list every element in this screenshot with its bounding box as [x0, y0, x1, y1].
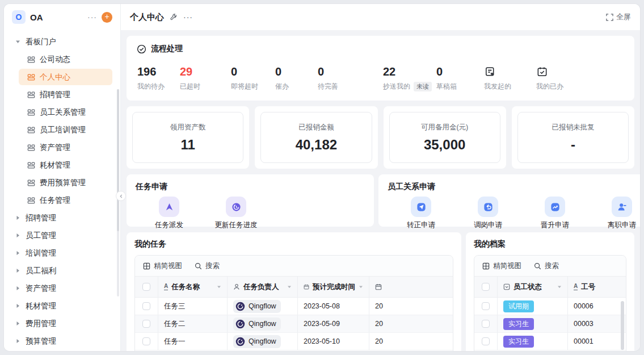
stat-value: 196	[137, 64, 180, 79]
promotion-apply-button[interactable]: 晋升申请	[521, 197, 588, 230]
column-employee-status[interactable]: 员工状态	[498, 277, 568, 297]
my-tasks-title: 我的任务	[134, 239, 453, 249]
chevron-down-icon[interactable]	[217, 285, 221, 289]
employee-no: 00003	[574, 320, 594, 328]
stat-overdue[interactable]: 29 已超时	[180, 64, 231, 91]
select-all-checkbox[interactable]	[482, 283, 490, 291]
owner-chip[interactable]: Qingflow	[233, 318, 281, 331]
table-row[interactable]: 任务二 Qingflow 2023-05-09 20	[135, 315, 453, 333]
sidebar-item-employee-training[interactable]: 员工培训管理	[19, 122, 112, 138]
column-task-owner[interactable]: 任务负责人	[228, 277, 298, 297]
add-button[interactable]: +	[102, 12, 112, 23]
stat-my-done[interactable]: 我的已办	[536, 64, 588, 91]
kanban-icon	[27, 91, 35, 99]
resignation-apply-button[interactable]: 离职申请	[588, 197, 640, 230]
row-checkbox[interactable]	[482, 302, 490, 310]
sidebar-group-training[interactable]: 培训管理	[9, 245, 116, 261]
metric-unapproved[interactable]: 已报销未批复 -	[512, 106, 634, 169]
column-partial[interactable]	[369, 277, 453, 297]
update-progress-button[interactable]: 更新任务进度	[203, 197, 270, 230]
metric-reimbursed-amount[interactable]: 已报销金额 40,182	[255, 106, 377, 169]
sidebar-item-company-news[interactable]: 公司动态	[19, 51, 112, 68]
metric-asset-count[interactable]: 领用资产数 11	[127, 106, 249, 169]
sidebar-item-task-board[interactable]: 任务管理	[19, 192, 112, 208]
column-task-name[interactable]: A 任务名称	[158, 277, 228, 297]
row-checkbox[interactable]	[142, 320, 150, 328]
caret-right-icon	[15, 215, 20, 220]
sidebar-group-welfare[interactable]: 员工福利	[9, 262, 116, 279]
task-name: 任务二	[164, 319, 186, 329]
sidebar-item-personal-center[interactable]: 个人中心	[19, 69, 112, 85]
app-window: O OA ··· + 看板门户 公司动态 个人中心 招聘管理	[4, 4, 640, 351]
sidebar-tree: 看板门户 公司动态 个人中心 招聘管理 员工关系管理 员工培训管理	[4, 30, 120, 349]
select-all-checkbox[interactable]	[142, 283, 150, 291]
stat-initiated-by-me[interactable]: 我发起的	[484, 64, 536, 91]
stat-to-complete[interactable]: 0 待完善	[318, 64, 383, 91]
clipped-cell: 20	[375, 302, 383, 310]
relation-apply-card: 员工关系申请 转正申请 调岗申请	[378, 174, 640, 227]
compact-view-button[interactable]: 精简视图	[482, 261, 521, 271]
chevron-down-icon[interactable]	[625, 285, 626, 289]
sidebar-group-budget[interactable]: 预算管理	[9, 333, 116, 349]
wrench-icon[interactable]	[170, 13, 178, 21]
sidebar-more-icon[interactable]: ···	[87, 12, 97, 22]
chevron-down-icon[interactable]	[359, 285, 363, 289]
sidebar-item-consumable-board[interactable]: 耗材管理	[19, 157, 112, 173]
sidebar-group-asset[interactable]: 资产管理	[9, 280, 116, 296]
row-checkbox[interactable]	[142, 337, 150, 345]
vertical-scrollbar[interactable]	[621, 301, 624, 350]
table-row[interactable]: 实习生 00003 前台	[474, 315, 626, 333]
row-checkbox[interactable]	[142, 302, 150, 310]
stat-my-todo[interactable]: 196 我的待办	[137, 64, 180, 91]
kanban-icon	[27, 56, 35, 64]
search-button[interactable]: 搜索	[534, 261, 559, 271]
grid-view-icon	[143, 262, 150, 270]
transfer-apply-button[interactable]: 调岗申请	[454, 197, 521, 230]
sidebar-group-kanban[interactable]: 看板门户	[9, 34, 116, 50]
main-area: 个人中心 ··· 全屏 流程处理 196 我的待办	[121, 4, 640, 351]
sidebar-group-consumable[interactable]: 耗材管理	[9, 298, 116, 314]
owner-chip[interactable]: Qingflow	[233, 335, 281, 348]
sidebar-group-employee[interactable]: 员工管理	[9, 227, 116, 244]
due-date: 2023-05-08	[304, 302, 340, 310]
column-employee-no[interactable]: A 工号	[568, 277, 626, 297]
owner-name: Qingflow	[249, 337, 276, 345]
regularization-apply-button[interactable]: 转正申请	[388, 197, 454, 230]
table-row[interactable]: 实习生 00001 前端开发	[474, 333, 626, 350]
doc-plus-icon	[484, 64, 536, 79]
task-dispatch-button[interactable]: 任务派发	[136, 197, 203, 230]
sidebar-collapse-button[interactable]	[116, 191, 126, 201]
compact-view-label: 精简视图	[154, 261, 182, 271]
table-row[interactable]: 任务三 Qingflow 2023-05-08 20	[135, 298, 453, 315]
sidebar-item-employee-relations[interactable]: 员工关系管理	[19, 104, 112, 120]
chevron-down-icon[interactable]	[557, 285, 562, 289]
search-button[interactable]: 搜索	[195, 261, 220, 271]
row-checkbox[interactable]	[482, 320, 490, 328]
sidebar-item-recruit-board[interactable]: 招聘管理	[19, 86, 112, 103]
compact-view-button[interactable]: 精简视图	[143, 261, 182, 271]
table-row[interactable]: 试用期 00006 财务	[474, 298, 626, 315]
stat-near-overdue[interactable]: 0 即将超时	[231, 64, 275, 91]
column-due-date[interactable]: 预计完成时间	[298, 277, 369, 297]
row-checkbox[interactable]	[482, 337, 490, 345]
fullscreen-button[interactable]: 全屏	[606, 12, 631, 22]
stat-label: 我发起的	[484, 82, 511, 91]
sidebar-item-label: 资产管理	[40, 143, 70, 153]
sidebar-item-asset-board[interactable]: 资产管理	[19, 139, 112, 156]
circle-check-icon	[137, 44, 146, 54]
table-row[interactable]: 任务一 Qingflow 2023-05-10 20	[135, 333, 453, 350]
caret-down-icon	[15, 39, 20, 44]
text-field-icon: A	[574, 283, 578, 290]
sidebar-group-recruit[interactable]: 招聘管理	[9, 210, 116, 226]
stat-cc-me[interactable]: 22 抄送我的未读	[383, 64, 436, 91]
sidebar-item-budget-board[interactable]: 费用预算管理	[19, 174, 112, 191]
apply-item-label: 晋升申请	[541, 220, 569, 230]
chevron-down-icon[interactable]	[287, 285, 292, 289]
stat-urge[interactable]: 0 催办	[275, 64, 318, 91]
stat-drafts[interactable]: 0 草稿箱	[436, 64, 484, 91]
owner-chip[interactable]: Qingflow	[233, 300, 281, 313]
sidebar-group-expense[interactable]: 费用管理	[9, 315, 116, 332]
metric-petty-cash[interactable]: 可用备用金(元) 35,000	[384, 106, 506, 169]
topbar-more-icon[interactable]: ···	[183, 12, 193, 22]
select-field-icon	[503, 283, 510, 290]
